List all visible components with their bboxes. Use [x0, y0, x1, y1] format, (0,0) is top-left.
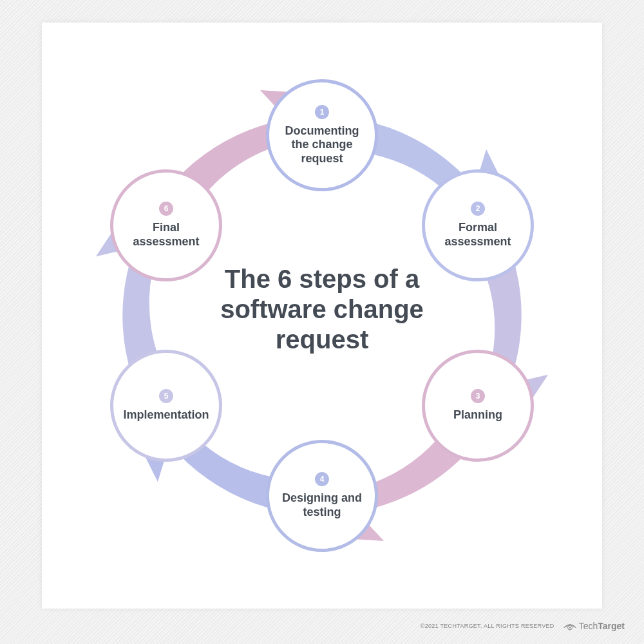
diagram-card: The 6 steps of a software change request… [42, 23, 602, 609]
step-4: 4 Designing and testing [266, 440, 378, 552]
step-5-label: Implementation [123, 408, 209, 422]
step-3: 3 Planning [422, 350, 534, 462]
diagram-title: The 6 steps of a software change request [213, 264, 431, 355]
copyright-text: ©2021 TECHTARGET. ALL RIGHTS RESERVED [421, 623, 554, 629]
step-1-number: 1 [315, 105, 329, 119]
cycle-diagram: The 6 steps of a software change request… [42, 23, 602, 609]
step-2-number: 2 [471, 202, 485, 216]
logo-text: TechTarget [579, 621, 625, 631]
step-2-label: Formal assessment [433, 221, 523, 249]
step-6-label: Final assessment [121, 221, 211, 249]
step-4-label: Designing and testing [277, 491, 367, 519]
svg-point-1 [569, 627, 571, 629]
step-6: 6 Final assessment [110, 169, 222, 281]
step-1-label: Documenting the change request [277, 124, 367, 166]
step-5: 5 Implementation [110, 350, 222, 462]
step-4-number: 4 [315, 472, 329, 486]
step-6-number: 6 [159, 202, 173, 216]
eye-icon [564, 621, 576, 631]
step-2: 2 Formal assessment [422, 169, 534, 281]
footer: ©2021 TECHTARGET. ALL RIGHTS RESERVED Te… [421, 621, 625, 631]
techtarget-logo: TechTarget [564, 621, 625, 631]
step-5-number: 5 [159, 389, 173, 403]
step-3-number: 3 [471, 389, 485, 403]
step-1: 1 Documenting the change request [266, 79, 378, 191]
step-3-label: Planning [453, 408, 502, 422]
